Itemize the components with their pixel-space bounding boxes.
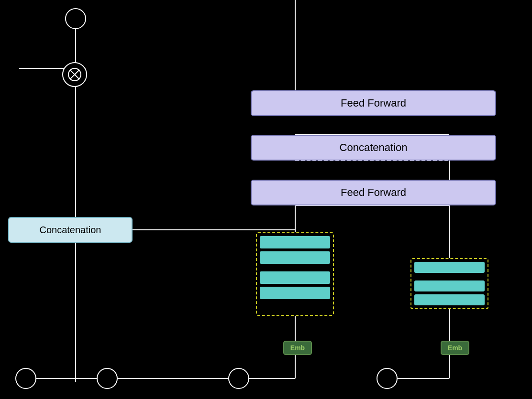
- concatenation-box-right: Concatenation: [251, 135, 496, 161]
- emb-label-2: Emb: [448, 344, 462, 352]
- concatenation-label-right: Concatenation: [340, 141, 408, 154]
- concatenation-label-left: Concatenation: [40, 225, 101, 236]
- feed-forward-box-2: Feed Forward: [251, 180, 496, 205]
- feed-forward-box-1: Feed Forward: [251, 90, 496, 116]
- teal-bar: [260, 271, 330, 284]
- teal-bar: [260, 287, 330, 299]
- teal-bar: [414, 294, 485, 305]
- teal-bar: [260, 251, 330, 264]
- teal-bar: [260, 236, 330, 248]
- teal-stack-group-2: [410, 258, 488, 309]
- feed-forward-label-2: Feed Forward: [341, 186, 406, 199]
- teal-bar: [414, 262, 485, 273]
- emb-badge-2: Emb: [441, 341, 469, 355]
- emb-badge-1: Emb: [283, 341, 312, 355]
- feed-forward-label-1: Feed Forward: [341, 97, 406, 109]
- multiply-circle: [62, 62, 87, 87]
- teal-bar: [414, 280, 485, 291]
- top-circle: [65, 8, 86, 29]
- bottom-circle-3: [228, 368, 249, 389]
- diagram-canvas: Feed Forward Concatenation Feed Forward …: [0, 0, 532, 399]
- bottom-circle-4: [377, 368, 398, 389]
- teal-stack-group-1: [256, 232, 334, 316]
- concatenation-box-left: Concatenation: [8, 217, 133, 243]
- emb-label-1: Emb: [290, 344, 305, 352]
- bottom-circle-2: [97, 368, 118, 389]
- bottom-circle-1: [15, 368, 36, 389]
